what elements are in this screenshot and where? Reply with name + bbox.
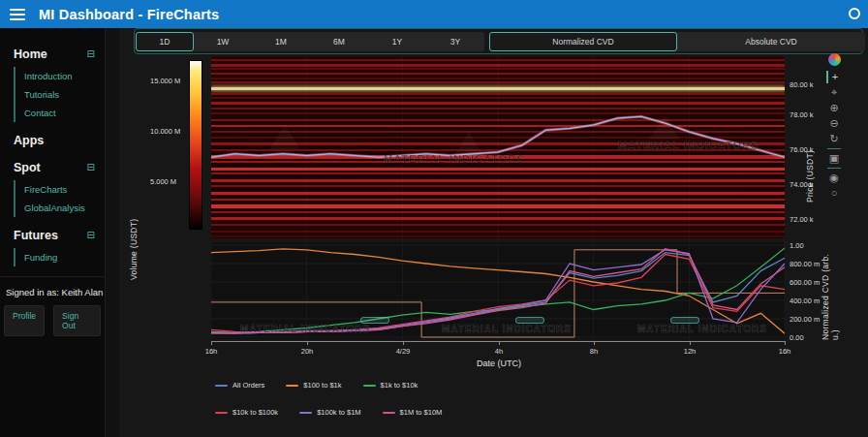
sign-out-button[interactable]: Sign Out (53, 305, 101, 336)
sidebar-section-label: Spot (14, 161, 41, 174)
x-tick-label: 16h (205, 347, 218, 356)
price-axis-title: Price (USDT) (805, 96, 815, 203)
cvd-axis-title: Normalized CVD (arb. u.) (821, 243, 840, 340)
timeframe-button-1m[interactable]: 1M (252, 32, 310, 51)
sidebar-footer: Signed in as: Keith Alan Profile Sign Ou… (0, 276, 105, 336)
legend-label: $10k to $100k (232, 408, 278, 417)
modebar-separator (827, 168, 841, 169)
sidebar-section-apps[interactable]: Apps (0, 130, 105, 151)
x-tick-label: 12h (684, 347, 697, 356)
legend-label: $1k to $10k (381, 381, 418, 390)
timeframe-button-1w[interactable]: 1W (194, 32, 252, 51)
tick-label: 72.00 k (790, 215, 814, 224)
signed-in-text: Signed in as: Keith Alan (4, 285, 101, 305)
collapse-icon[interactable]: ⊟ (87, 163, 95, 172)
legend-marker (286, 385, 298, 387)
plotly-logo-icon[interactable] (828, 53, 841, 66)
x-tick-mark (307, 341, 308, 345)
sidebar-section-label: Futures (14, 229, 58, 242)
legend-item-1m-to-10m[interactable]: $1M to $10M (383, 408, 443, 417)
timeframe-button-3y[interactable]: 3Y (426, 32, 484, 51)
collapse-icon[interactable]: ⊟ (87, 231, 95, 240)
tick-label: 800.00 m (790, 260, 820, 268)
tick-label: 200.00 m (790, 315, 820, 324)
legend-label: $1M to $10M (400, 408, 443, 417)
watermark-triangle (649, 114, 680, 140)
sidebar-item-introduction[interactable]: Introduction (16, 67, 105, 85)
sidebar-nav: Home⊟IntroductionTutorialsContactAppsSpo… (0, 44, 105, 266)
sidebar: Home⊟IntroductionTutorialsContactAppsSpo… (0, 28, 105, 437)
cvd-mode-button-absolute-cvd[interactable]: Absolute CVD (677, 32, 865, 51)
normalized-cvd-chart[interactable]: MATERIAL INDICATORSMATERIAL INDICATORSMA… (211, 242, 785, 339)
legend-item-all-orders[interactable]: All Orders (215, 381, 264, 390)
volume-colorbar (189, 60, 202, 230)
sidebar-divider (105, 28, 121, 437)
x-tick-label: 20h (301, 347, 314, 356)
tick-label: 5.000 M (150, 177, 176, 186)
pan-icon[interactable]: + (826, 71, 842, 83)
watermark-pill (670, 317, 699, 324)
timeframe-button-group: 1D1W1M6M1Y3Y (136, 32, 484, 51)
main-content: 1D1W1M6M1Y3Y Normalized CVDAbsolute CVD … (121, 28, 868, 437)
timeframe-button-1y[interactable]: 1Y (368, 32, 426, 51)
zoom-icon[interactable]: ⌖ (826, 86, 842, 99)
sidebar-section-spot[interactable]: Spot⊟ (0, 157, 105, 178)
watermark-text: MATERIAL INDICATORS (637, 324, 767, 334)
hover-icon[interactable]: ○ (826, 187, 842, 200)
legend-item-100-to-1k[interactable]: $100 to $1k (286, 381, 341, 390)
tick-label: 400.00 m (790, 297, 820, 305)
collapse-icon[interactable]: ⊟ (87, 49, 95, 59)
x-tick-mark (594, 341, 595, 345)
sidebar-item-globalanalysis[interactable]: GlobalAnalysis (16, 199, 105, 217)
x-axis-title: Date (UTC) (354, 359, 644, 368)
sidebar-item-tutorials[interactable]: Tutorials (16, 85, 105, 104)
spikelines-icon[interactable]: ◉ (826, 172, 842, 184)
watermark-text: MATERIAL INDICATORS (384, 153, 524, 165)
legend-item-1k-to-10k[interactable]: $1k to $10k (363, 381, 418, 390)
sidebar-section-label: Apps (14, 134, 44, 147)
sidebar-item-firecharts[interactable]: FireCharts (16, 180, 105, 199)
timeframe-button-6m[interactable]: 6M (310, 32, 368, 51)
timeframe-button-1d[interactable]: 1D (136, 32, 194, 51)
zoom-in-icon[interactable]: ⊕ (826, 102, 842, 114)
legend-marker (215, 385, 228, 387)
legend-label: $100 to $1k (303, 381, 341, 390)
save-icon[interactable]: ▣ (826, 152, 842, 165)
cvd-mode-button-normalized-cvd[interactable]: Normalized CVD (489, 32, 677, 51)
app-title: MI Dashboard - FireCharts (39, 7, 219, 22)
legend-marker (299, 412, 312, 414)
legend-item-10k-to-100k[interactable]: $10k to $100k (215, 408, 278, 417)
hamburger-menu-icon[interactable] (10, 9, 25, 20)
legend-marker (215, 412, 228, 414)
chart-modebar: +⌖⊕⊖↻▣◉○ (824, 53, 844, 200)
tick-label: 80.00 k (790, 80, 814, 89)
legend-marker (363, 385, 376, 387)
app-root: MI Dashboard - FireCharts Home⊟Introduct… (0, 0, 868, 437)
reset-axes-icon[interactable]: ↻ (826, 133, 842, 145)
x-tick-mark (785, 341, 786, 345)
x-tick-mark (211, 341, 212, 345)
sidebar-section-home[interactable]: Home⊟ (0, 44, 105, 65)
zoom-out-icon[interactable]: ⊖ (826, 117, 842, 130)
legend-row-2: $10k to $100k$100k to $1M$1M to $10M (215, 408, 442, 417)
sidebar-item-funding[interactable]: Funding (16, 248, 105, 266)
tick-label: 1.00 (790, 241, 804, 250)
sidebar-item-contact[interactable]: Contact (16, 104, 105, 122)
liquidity-heatmap-chart[interactable]: MATERIAL INDICATORSMATERIAL INDICATORS (211, 56, 785, 238)
x-tick-label: 4h (495, 347, 503, 356)
top-app-bar: MI Dashboard - FireCharts (0, 0, 868, 28)
status-circle-icon[interactable] (849, 8, 860, 19)
legend-item-100k-to-1m[interactable]: $100k to $1M (299, 408, 360, 417)
watermark-triangle (269, 124, 300, 149)
tick-label: 10.000 M (150, 127, 180, 136)
sidebar-section-futures[interactable]: Futures⊟ (0, 225, 105, 246)
legend-row-1: All Orders$100 to $1k$1k to $10k (215, 381, 418, 390)
tick-label: 0.00 (790, 333, 804, 342)
profile-button[interactable]: Profile (4, 305, 45, 336)
modebar-separator (827, 148, 841, 149)
x-tick-mark (690, 341, 691, 345)
watermark-text: MATERIAL INDICATORS (618, 140, 759, 151)
volume-axis-title: Volume (USDT) (129, 173, 139, 280)
legend-label: $100k to $1M (317, 408, 360, 417)
x-tick-mark (499, 341, 500, 345)
